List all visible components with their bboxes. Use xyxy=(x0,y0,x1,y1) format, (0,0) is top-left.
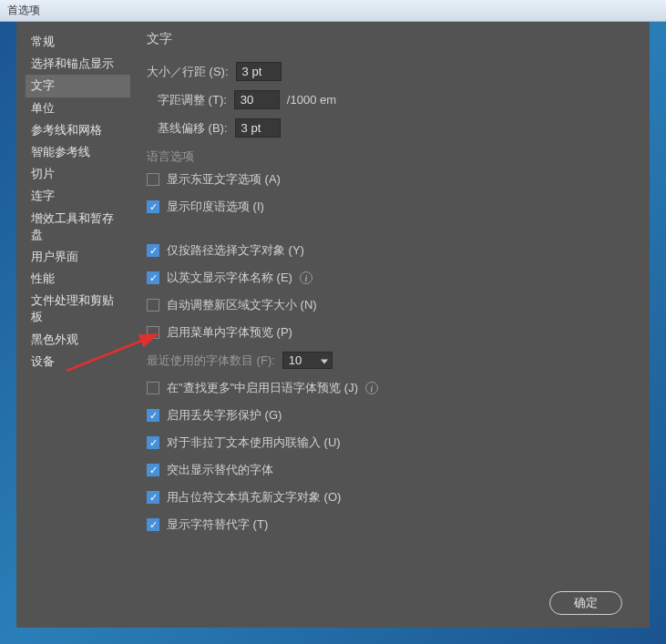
highlight-alt-row: 突出显示替代的字体 xyxy=(147,461,633,479)
jp-preview-checkbox[interactable] xyxy=(147,382,159,394)
indic-row: 显示印度语选项 (I) xyxy=(147,198,633,216)
east-asian-row: 显示东亚文字选项 (A) xyxy=(147,170,633,189)
preferences-dialog: 常规 选择和锚点显示 文字 单位 参考线和网格 智能参考线 切片 连字 增效工具… xyxy=(16,22,650,628)
auto-resize-row: 自动调整新区域文字大小 (N) xyxy=(147,296,633,314)
highlight-alt-label: 突出显示替代的字体 xyxy=(167,462,273,478)
sidebar-item-slices[interactable]: 切片 xyxy=(26,163,130,185)
sidebar-item-units[interactable]: 单位 xyxy=(26,97,130,119)
tracking-input[interactable] xyxy=(234,90,280,109)
sidebar-item-file-handling[interactable]: 文件处理和剪贴板 xyxy=(26,290,130,328)
menu-preview-row: 启用菜单内字体预览 (P) xyxy=(147,323,633,342)
size-leading-label: 大小／行距 (S): xyxy=(147,64,229,80)
tracking-label: 字距调整 (T): xyxy=(158,92,227,108)
baseline-input[interactable] xyxy=(235,118,281,138)
east-asian-checkbox[interactable] xyxy=(147,173,159,186)
tracking-unit: /1000 em xyxy=(287,93,336,107)
jp-preview-label: 在"查找更多"中启用日语字体预览 (J) xyxy=(167,380,358,396)
east-asian-label: 显示东亚文字选项 (A) xyxy=(167,171,281,188)
inline-input-checkbox[interactable] xyxy=(147,436,159,449)
inline-input-row: 对于非拉丁文本使用内联输入 (U) xyxy=(147,434,633,452)
button-row: 确定 xyxy=(16,582,650,628)
auto-resize-checkbox[interactable] xyxy=(147,299,159,312)
placeholder-fill-checkbox[interactable] xyxy=(147,491,159,504)
baseline-label: 基线偏移 (B): xyxy=(158,120,228,137)
size-leading-row: 大小／行距 (S): xyxy=(147,62,633,81)
sidebar-item-devices[interactable]: 设备 xyxy=(26,351,130,373)
sidebar-item-guides[interactable]: 参考线和网格 xyxy=(26,119,130,141)
glyph-protect-label: 启用丢失字形保护 (G) xyxy=(167,407,282,424)
titlebar: 首选项 xyxy=(0,0,666,22)
panel-title: 文字 xyxy=(147,31,633,47)
sidebar-item-general[interactable]: 常规 xyxy=(26,31,130,53)
menu-preview-label: 启用菜单内字体预览 (P) xyxy=(167,324,292,341)
language-group-label: 语言选项 xyxy=(147,148,633,165)
glyph-protect-checkbox[interactable] xyxy=(147,409,159,422)
window-title: 首选项 xyxy=(7,4,40,16)
english-font-checkbox[interactable] xyxy=(147,271,159,284)
size-leading-input[interactable] xyxy=(236,62,282,81)
sidebar: 常规 选择和锚点显示 文字 单位 参考线和网格 智能参考线 切片 连字 增效工具… xyxy=(26,31,130,573)
main-panel: 文字 大小／行距 (S): 字距调整 (T): /1000 em 基线偏移 (B… xyxy=(139,31,640,573)
menu-preview-checkbox[interactable] xyxy=(147,326,159,339)
dialog-body: 常规 选择和锚点显示 文字 单位 参考线和网格 智能参考线 切片 连字 增效工具… xyxy=(16,22,650,582)
sidebar-item-black-appearance[interactable]: 黑色外观 xyxy=(26,329,130,351)
path-select-checkbox[interactable] xyxy=(147,244,159,257)
info-icon[interactable]: i xyxy=(300,271,313,284)
placeholder-fill-row: 用占位符文本填充新文字对象 (O) xyxy=(147,488,633,506)
auto-resize-label: 自动调整新区域文字大小 (N) xyxy=(167,297,317,313)
english-font-row: 以英文显示字体名称 (E) i xyxy=(147,269,633,287)
info-icon[interactable]: i xyxy=(365,382,378,394)
tracking-row: 字距调整 (T): /1000 em xyxy=(158,90,633,109)
english-font-label: 以英文显示字体名称 (E) xyxy=(167,270,292,286)
sidebar-item-performance[interactable]: 性能 xyxy=(26,268,130,290)
glyph-protect-row: 启用丢失字形保护 (G) xyxy=(147,406,633,424)
sidebar-item-plugins[interactable]: 增效工具和暂存盘 xyxy=(26,208,130,246)
jp-preview-row: 在"查找更多"中启用日语字体预览 (J) i xyxy=(147,379,633,397)
sidebar-item-selection[interactable]: 选择和锚点显示 xyxy=(26,53,130,75)
show-alt-glyphs-checkbox[interactable] xyxy=(147,518,159,531)
path-select-label: 仅按路径选择文字对象 (Y) xyxy=(167,242,304,259)
highlight-alt-checkbox[interactable] xyxy=(147,464,159,476)
recent-fonts-row: 最近使用的字体数目 (F): 10 xyxy=(147,351,633,370)
sidebar-item-ui[interactable]: 用户界面 xyxy=(26,246,130,268)
recent-fonts-select[interactable]: 10 xyxy=(282,352,333,369)
recent-fonts-label: 最近使用的字体数目 (F): xyxy=(147,353,275,369)
indic-label: 显示印度语选项 (I) xyxy=(167,199,264,215)
inline-input-label: 对于非拉丁文本使用内联输入 (U) xyxy=(167,434,341,451)
path-select-row: 仅按路径选择文字对象 (Y) xyxy=(147,241,633,260)
sidebar-item-smart-guides[interactable]: 智能参考线 xyxy=(26,141,130,163)
show-alt-glyphs-row: 显示字符替代字 (T) xyxy=(147,516,633,534)
show-alt-glyphs-label: 显示字符替代字 (T) xyxy=(167,516,268,533)
sidebar-item-hyphenation[interactable]: 连字 xyxy=(26,185,130,207)
placeholder-fill-label: 用占位符文本填充新文字对象 (O) xyxy=(167,489,341,506)
ok-button[interactable]: 确定 xyxy=(549,591,622,615)
indic-checkbox[interactable] xyxy=(147,200,159,213)
sidebar-item-type[interactable]: 文字 xyxy=(26,75,130,97)
baseline-row: 基线偏移 (B): xyxy=(158,118,633,138)
